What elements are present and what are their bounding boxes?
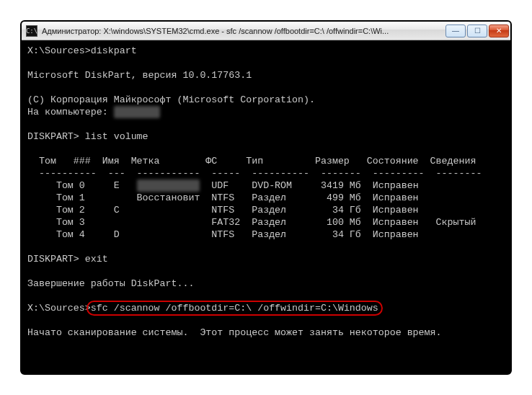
output-line: Завершение работы DiskPart...: [27, 278, 194, 289]
command-exit: exit: [85, 254, 108, 265]
command-list-volume: list volume: [85, 131, 148, 142]
prompt: X:\Sources>: [27, 45, 91, 56]
window-title: Администратор: X:\windows\SYSTEM32\cmd.e…: [42, 27, 444, 35]
prompt: X:\Sources>: [27, 303, 91, 314]
close-button[interactable]: ✕: [489, 25, 509, 37]
redacted-label: XXXXXXXXXXX: [137, 179, 200, 192]
redacted-hostname: XXXXXXXX: [114, 106, 160, 118]
console-output[interactable]: X:\Sources>diskpart Microsoft DiskPart, …: [22, 40, 510, 373]
command-diskpart: diskpart: [91, 45, 137, 56]
minimize-button[interactable]: —: [445, 25, 466, 37]
table-row: UDF DVD-ROM 3419 Мб Исправен: [200, 180, 418, 191]
prompt: DISKPART>: [27, 131, 85, 142]
table-row: Том 0 E: [27, 180, 137, 191]
window-controls: — ☐ ✕: [444, 25, 509, 37]
output-line: Начато сканирование системы. Этот процес…: [27, 327, 442, 338]
table-row: Том 3 FAT32 Раздел 100 Мб Исправен Скрыт…: [27, 217, 476, 228]
output-line: На компьютере:: [27, 107, 114, 117]
cmd-icon: C:\: [26, 25, 37, 37]
table-row: Том 2 C NTFS Раздел 34 Гб Исправен: [27, 205, 419, 216]
maximize-button[interactable]: ☐: [467, 25, 487, 37]
titlebar[interactable]: C:\ Администратор: X:\windows\SYSTEM32\c…: [22, 22, 510, 40]
cmd-window: C:\ Администратор: X:\windows\SYSTEM32\c…: [20, 20, 512, 375]
output-line: Microsoft DiskPart, версия 10.0.17763.1: [27, 70, 252, 81]
table-row: Том 4 D NTFS Раздел 34 Гб Исправен: [27, 229, 419, 240]
output-line: (C) Корпорация Майкрософт (Microsoft Cor…: [27, 94, 315, 105]
highlighted-command: sfc /scannow /offbootdir=C:\ /offwindir=…: [91, 303, 378, 314]
table-divider: ---------- --- ----------- ----- -------…: [27, 168, 482, 179]
command-sfc: sfc /scannow /offbootdir=C:\ /offwindir=…: [91, 303, 378, 314]
prompt: DISKPART>: [27, 254, 85, 265]
table-row: Том 1 Восстановит NTFS Раздел 499 Мб Исп…: [27, 192, 419, 203]
table-header: Том ### Имя Метка ФС Тип Размер Состояни…: [27, 156, 476, 167]
